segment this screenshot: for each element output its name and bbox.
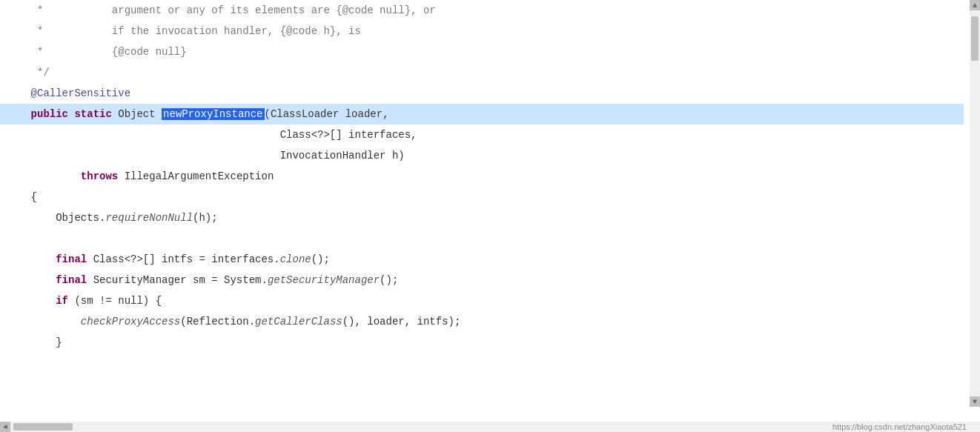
status-bar: https://blog.csdn.net/zhangXiaota521 bbox=[832, 422, 970, 432]
token: InvocationHandler h) bbox=[6, 150, 405, 162]
code-line: } bbox=[0, 332, 964, 353]
scroll-down-button[interactable]: ▼ bbox=[970, 396, 980, 407]
token: final bbox=[56, 253, 87, 265]
code-line: Objects.requireNonNull(h); bbox=[0, 207, 964, 228]
token: argument or any of its elements are {@co… bbox=[50, 4, 436, 16]
vertical-scrollbar[interactable]: ▲ ▼ bbox=[970, 0, 980, 407]
token: clone bbox=[280, 253, 311, 265]
scrollbar-thumb-horizontal[interactable] bbox=[13, 423, 73, 431]
line-content: checkProxyAccess(Reflection.getCallerCla… bbox=[0, 311, 964, 332]
code-line: * if the invocation handler, {@code h}, … bbox=[0, 21, 964, 41]
token: SecurityManager sm = System. bbox=[87, 274, 268, 286]
line-content: { bbox=[0, 187, 964, 207]
token: * bbox=[6, 46, 50, 58]
code-line: public static Object newProxyInstance(Cl… bbox=[0, 104, 964, 124]
token bbox=[6, 295, 56, 307]
line-content: final Class<?>[] intfs = interfaces.clon… bbox=[0, 249, 964, 270]
token: (sm != null) { bbox=[68, 295, 162, 307]
code-area: * argument or any of its elements are {@… bbox=[0, 0, 964, 407]
token: * bbox=[6, 4, 50, 16]
code-line bbox=[0, 228, 964, 249]
token: Object bbox=[112, 108, 162, 120]
line-content: Objects.requireNonNull(h); bbox=[0, 207, 964, 228]
token bbox=[6, 108, 31, 120]
scroll-left-button[interactable]: ◄ bbox=[0, 422, 10, 432]
token: static bbox=[74, 108, 111, 120]
token: public bbox=[31, 108, 68, 120]
token: (), loader, intfs); bbox=[342, 316, 461, 328]
line-content: @CallerSensitive bbox=[0, 83, 964, 104]
token: Class<?>[] interfaces, bbox=[6, 129, 417, 141]
token: if the invocation handler, {@code h}, is bbox=[50, 25, 361, 37]
code-line: throws IllegalArgumentException bbox=[0, 166, 964, 187]
scrollbar-track-vertical bbox=[970, 10, 980, 396]
code-line: { bbox=[0, 187, 964, 207]
code-line: checkProxyAccess(Reflection.getCallerCla… bbox=[0, 311, 964, 332]
line-content: public static Object newProxyInstance(Cl… bbox=[0, 104, 964, 124]
code-line: */ bbox=[0, 62, 964, 83]
line-content: */ bbox=[0, 62, 964, 83]
token bbox=[6, 170, 81, 182]
token: throws bbox=[81, 170, 118, 182]
token: (Reflection. bbox=[180, 316, 255, 328]
token: Class<?>[] intfs = interfaces. bbox=[87, 253, 279, 265]
token: @CallerSensitive bbox=[6, 87, 130, 99]
token: (h); bbox=[193, 212, 218, 224]
token: requireNonNull bbox=[105, 212, 193, 224]
line-content: Class<?>[] interfaces, bbox=[0, 124, 964, 145]
line-content: * {@code null} bbox=[0, 41, 964, 62]
code-line: * {@code null} bbox=[0, 41, 964, 62]
token: { bbox=[6, 191, 37, 203]
scrollbar-corner bbox=[970, 422, 980, 432]
code-line: InvocationHandler h) bbox=[0, 145, 964, 166]
token: getCallerClass bbox=[255, 316, 342, 328]
token bbox=[6, 253, 56, 265]
token: if bbox=[56, 295, 68, 307]
code-line: final Class<?>[] intfs = interfaces.clon… bbox=[0, 249, 964, 270]
editor-container: * argument or any of its elements are {@… bbox=[0, 0, 980, 432]
token: Objects. bbox=[6, 212, 105, 224]
line-content: } bbox=[0, 332, 964, 353]
token: newProxyInstance bbox=[162, 108, 264, 120]
token: */ bbox=[6, 67, 50, 79]
token: final bbox=[56, 274, 87, 286]
token: checkProxyAccess bbox=[81, 316, 180, 328]
scrollbar-thumb-vertical[interactable] bbox=[971, 16, 979, 61]
code-line: Class<?>[] interfaces, bbox=[0, 124, 964, 145]
line-content: * if the invocation handler, {@code h}, … bbox=[0, 21, 964, 41]
token: IllegalArgumentException bbox=[118, 170, 274, 182]
token: (ClassLoader loader, bbox=[265, 108, 389, 120]
token: getSecurityManager bbox=[268, 274, 380, 286]
code-line: final SecurityManager sm = System.getSec… bbox=[0, 270, 964, 290]
code-line: if (sm != null) { bbox=[0, 290, 964, 311]
line-content: * argument or any of its elements are {@… bbox=[0, 0, 964, 21]
scroll-up-button[interactable]: ▲ bbox=[970, 0, 980, 10]
token: * bbox=[6, 25, 50, 37]
horizontal-scrollbar[interactable]: ◄ ► bbox=[0, 422, 970, 432]
line-content: throws IllegalArgumentException bbox=[0, 166, 964, 187]
code-line: @CallerSensitive bbox=[0, 83, 964, 104]
token bbox=[6, 316, 81, 328]
token: (); bbox=[380, 274, 398, 286]
token: (); bbox=[311, 253, 330, 265]
status-url: https://blog.csdn.net/zhangXiaota521 bbox=[832, 422, 967, 431]
token: } bbox=[6, 336, 62, 348]
line-content: final SecurityManager sm = System.getSec… bbox=[0, 270, 964, 290]
line-content: InvocationHandler h) bbox=[0, 145, 964, 166]
line-content: if (sm != null) { bbox=[0, 290, 964, 311]
code-line: * argument or any of its elements are {@… bbox=[0, 0, 964, 21]
token bbox=[6, 274, 56, 286]
token: {@code null} bbox=[50, 46, 187, 58]
